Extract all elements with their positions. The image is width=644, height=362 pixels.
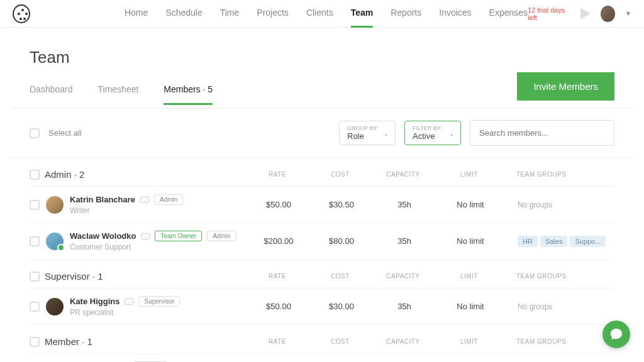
mail-icon[interactable] [140, 197, 149, 203]
page-title: Team [30, 28, 614, 72]
limit-cell: No limit [436, 302, 505, 311]
member-checkbox[interactable] [30, 200, 40, 210]
col-rate: RATE [246, 171, 309, 178]
invite-members-button[interactable]: Invite Members [517, 72, 614, 101]
col-capacity: CAPACITY [372, 171, 435, 178]
member-avatar[interactable] [46, 298, 64, 315]
groups-cell: No groups [505, 302, 614, 311]
app-logo[interactable] [13, 4, 30, 23]
limit-value: No limit [457, 236, 484, 246]
limit-cell: No limit [436, 236, 505, 246]
nav-item-schedule[interactable]: Schedule [165, 0, 202, 28]
group-tag[interactable]: HR [518, 236, 538, 247]
toolbar: Select all GROUP BY: Role ⌄ FILTER BY: A… [11, 109, 633, 158]
cost-cell: $80.00 [310, 236, 373, 246]
nav-item-expenses[interactable]: Expenses [489, 0, 528, 28]
col-cost: COST [309, 338, 372, 345]
rate-cell: $50.00 [247, 302, 310, 311]
group-checkbox[interactable] [30, 170, 40, 180]
group-name: Supervisor · 1 [45, 271, 246, 282]
capacity-cell: 35h [373, 302, 436, 311]
mail-icon[interactable] [125, 299, 133, 305]
col-groups: TEAM GROUPS [504, 273, 614, 280]
chevron-down-icon: ⌄ [384, 129, 389, 136]
member-row[interactable]: Waclaw Wolodko Team Owner AdminCustomer … [30, 223, 614, 260]
group-by-dropdown[interactable]: GROUP BY: Role ⌄ [339, 121, 396, 145]
member-info: Waclaw Wolodko Team Owner AdminCustomer … [70, 231, 247, 251]
nav-item-clients[interactable]: Clients [306, 0, 333, 28]
capacity-cell: 35h [373, 236, 436, 246]
member-checkbox[interactable] [30, 302, 40, 312]
chevron-down-icon[interactable]: ▼ [625, 10, 631, 17]
tab-members[interactable]: Members · 5 [164, 75, 213, 105]
limit-value: No limit [457, 302, 484, 311]
group-by-value: Role [347, 131, 387, 141]
nav-item-reports[interactable]: Reports [391, 0, 421, 28]
group-header: Admin · 2RATECOSTCAPACITYLIMITTEAM GROUP… [30, 158, 614, 187]
user-avatar[interactable] [601, 6, 615, 22]
notifications-icon[interactable] [580, 8, 591, 19]
member-info: Kate Higgins SupervisorPR specialist [70, 296, 247, 317]
role-badge: Admin [207, 231, 236, 241]
member-row[interactable]: John Smith MemberSales Exectuvite$80.00$… [30, 354, 614, 362]
col-limit: LIMIT [435, 338, 504, 345]
group-checkbox[interactable] [30, 272, 40, 282]
nav-item-invoices[interactable]: Invoices [439, 0, 471, 28]
col-limit: LIMIT [435, 171, 504, 178]
col-rate: RATE [246, 273, 309, 280]
tab-dashboard[interactable]: Dashboard [30, 75, 73, 105]
groups-cell: No groups [505, 200, 614, 209]
filter-by-dropdown[interactable]: FILTER BY: Active ⌄ [404, 121, 461, 145]
col-cost: COST [309, 171, 372, 178]
role-badge: Supervisor [138, 296, 180, 307]
mail-icon[interactable] [141, 233, 150, 239]
group-tag[interactable]: Sales [540, 236, 568, 247]
nav-item-projects[interactable]: Projects [257, 0, 289, 28]
filter-by-label: FILTER BY: [413, 125, 453, 131]
no-groups-text: No groups [518, 302, 552, 311]
chevron-down-icon: ⌄ [449, 129, 454, 136]
role-badge: Team Owner [155, 231, 202, 241]
nav-items: HomeScheduleTimeProjectsClientsTeamRepor… [125, 0, 528, 28]
member-role: PR specialist [70, 308, 247, 317]
limit-value: No limit [457, 200, 484, 209]
member-avatar[interactable] [46, 196, 64, 214]
sub-nav: DashboardTimesheetMembers · 5 Invite Mem… [11, 72, 633, 109]
member-info: Katrin Blanchare AdminWriter [70, 194, 247, 215]
member-row[interactable]: Kate Higgins SupervisorPR specialist$50.… [30, 288, 614, 325]
group-name: Member · 1 [45, 336, 246, 347]
groups-cell: HRSalesSuppo... [505, 236, 614, 247]
help-fab[interactable] [602, 321, 630, 348]
member-name: Kate Higgins Supervisor [70, 296, 247, 307]
nav-item-home[interactable]: Home [125, 0, 148, 28]
col-cost: COST [309, 273, 372, 280]
filter-by-value: Active [413, 131, 453, 141]
group-tag[interactable]: Suppo... [570, 236, 606, 247]
member-checkbox[interactable] [30, 236, 40, 246]
nav-item-team[interactable]: Team [351, 0, 374, 28]
no-groups-text: No groups [518, 200, 552, 209]
chat-icon [609, 327, 623, 341]
group-header: Supervisor · 1RATECOSTCAPACITYLIMITTEAM … [30, 260, 614, 288]
role-badge: Admin [154, 194, 183, 205]
member-row[interactable]: Katrin Blanchare AdminWriter$50.00$30.50… [30, 187, 614, 223]
nav-item-time[interactable]: Time [220, 0, 240, 28]
limit-cell: No limit [436, 200, 505, 209]
member-role: Customer Support [70, 243, 247, 251]
select-all-label: Select all [48, 128, 330, 138]
capacity-cell: 35h [373, 200, 436, 209]
group-name: Admin · 2 [45, 169, 246, 180]
col-groups: TEAM GROUPS [504, 338, 614, 345]
cost-cell: $30.50 [310, 200, 373, 209]
member-avatar[interactable] [46, 233, 64, 250]
group-by-label: GROUP BY: [347, 125, 387, 131]
search-input[interactable] [470, 120, 614, 146]
col-capacity: CAPACITY [372, 273, 435, 280]
group-checkbox[interactable] [30, 337, 40, 347]
tab-timesheet[interactable]: Timesheet [98, 75, 139, 105]
select-all-checkbox[interactable] [30, 128, 40, 138]
rate-cell: $50.00 [247, 200, 310, 209]
member-name: Waclaw Wolodko Team Owner Admin [70, 231, 247, 241]
cost-cell: $30.00 [310, 302, 373, 311]
trial-days-left[interactable]: 12 trial days left [528, 6, 570, 21]
